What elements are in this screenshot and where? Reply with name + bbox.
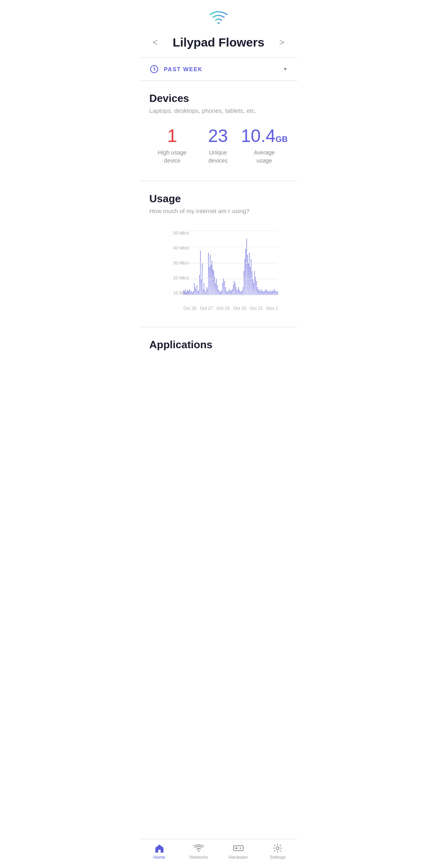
svg-rect-17 [197, 285, 197, 295]
svg-rect-102 [272, 290, 272, 295]
page-title: Lilypad Flowers [161, 36, 276, 49]
svg-rect-83 [255, 277, 256, 295]
svg-rect-100 [270, 290, 271, 295]
x-label-nov1: Nov 1 [266, 306, 278, 311]
svg-rect-72 [246, 249, 246, 295]
usage-subtitle: How much of my internet am I using? [149, 207, 288, 214]
high-usage-label: High usagedevice [149, 149, 195, 165]
stat-unique-devices: 23 Uniquedevices [195, 127, 241, 165]
svg-rect-42 [219, 290, 219, 295]
svg-rect-84 [256, 281, 257, 295]
svg-rect-76 [249, 253, 249, 295]
svg-rect-11 [191, 291, 192, 295]
svg-rect-48 [224, 281, 225, 295]
usage-title: Usage [149, 193, 288, 205]
period-selector[interactable]: PAST WEEK ▼ [140, 58, 297, 80]
svg-rect-99 [269, 291, 270, 295]
x-label-oct31: Oct 31 [250, 306, 263, 311]
devices-title: Devices [149, 92, 288, 105]
svg-rect-75 [248, 263, 248, 295]
svg-rect-67 [241, 291, 242, 295]
svg-rect-88 [260, 291, 260, 295]
unique-devices-value: 23 [195, 127, 241, 145]
svg-rect-70 [244, 271, 244, 295]
wifi-logo [140, 0, 297, 31]
svg-rect-104 [274, 289, 274, 295]
usage-section: Usage How much of my internet am I using… [140, 181, 297, 320]
svg-rect-68 [242, 290, 242, 295]
svg-rect-14 [194, 283, 194, 295]
svg-rect-106 [276, 291, 276, 295]
svg-rect-92 [263, 292, 263, 295]
high-usage-value: 1 [149, 127, 195, 145]
svg-rect-56 [231, 290, 231, 295]
svg-rect-82 [255, 271, 255, 295]
x-label-oct26: Oct 26 [183, 306, 196, 311]
svg-point-0 [218, 22, 220, 24]
svg-rect-16 [196, 289, 196, 295]
svg-rect-20 [199, 275, 199, 295]
svg-rect-94 [265, 290, 265, 295]
svg-rect-57 [232, 289, 233, 295]
svg-rect-80 [252, 279, 253, 295]
svg-rect-50 [226, 290, 226, 295]
svg-rect-51 [227, 292, 227, 295]
svg-rect-63 [238, 289, 238, 295]
svg-rect-3 [184, 291, 185, 295]
svg-rect-49 [225, 287, 225, 295]
chart-x-labels: Oct 26 Oct 27 Oct 29 Oct 30 Oct 31 Nov 1 [183, 303, 278, 311]
svg-rect-97 [267, 291, 268, 295]
svg-rect-25 [204, 283, 204, 295]
svg-rect-28 [206, 287, 207, 295]
prev-arrow[interactable]: < [149, 34, 161, 51]
svg-rect-54 [229, 289, 230, 295]
svg-rect-24 [203, 289, 203, 295]
svg-rect-18 [197, 291, 198, 295]
svg-rect-95 [266, 289, 266, 295]
svg-rect-44 [221, 291, 221, 295]
svg-rect-31 [209, 267, 210, 295]
svg-rect-4 [185, 289, 185, 295]
unique-devices-label: Uniquedevices [195, 149, 241, 165]
chart-area [183, 231, 278, 303]
svg-rect-98 [269, 292, 269, 295]
svg-rect-77 [250, 267, 250, 295]
average-usage-value: 10.4GB [241, 127, 288, 145]
svg-rect-23 [202, 263, 202, 295]
svg-rect-78 [251, 259, 251, 295]
svg-rect-37 [214, 277, 215, 295]
svg-rect-27 [206, 292, 206, 295]
x-label-oct30: Oct 30 [233, 306, 246, 311]
svg-rect-32 [210, 255, 210, 295]
svg-rect-103 [273, 291, 274, 295]
svg-rect-93 [264, 291, 265, 295]
x-label-oct27: Oct 27 [200, 306, 213, 311]
svg-rect-73 [246, 239, 247, 295]
svg-rect-15 [195, 287, 195, 295]
svg-rect-86 [258, 289, 258, 295]
stat-high-usage: 1 High usagedevice [149, 127, 195, 165]
svg-rect-69 [243, 287, 243, 295]
period-label: PAST WEEK [164, 66, 283, 72]
svg-rect-81 [253, 283, 254, 295]
svg-rect-107 [276, 292, 277, 295]
svg-rect-60 [235, 283, 235, 295]
x-label-oct29: Oct 29 [216, 306, 229, 311]
svg-rect-26 [205, 290, 205, 295]
clock-icon [149, 64, 159, 74]
svg-rect-41 [218, 289, 218, 295]
svg-rect-74 [247, 255, 248, 295]
next-arrow[interactable]: > [276, 34, 288, 51]
svg-rect-65 [239, 290, 240, 295]
svg-rect-19 [198, 290, 199, 295]
svg-rect-89 [261, 289, 261, 295]
header: < Lilypad Flowers > [140, 31, 297, 57]
usage-chart-container: 50 Mb/s 40 Mb/s 30 Mb/s 20 Mb/s 10 Mb/s [149, 224, 288, 314]
chevron-down-icon: ▼ [283, 66, 288, 72]
svg-rect-53 [229, 290, 229, 295]
average-usage-label: Averageusage [241, 149, 288, 165]
svg-rect-5 [186, 292, 187, 295]
svg-rect-7 [188, 291, 188, 295]
svg-rect-61 [235, 287, 236, 295]
svg-rect-12 [192, 292, 193, 295]
